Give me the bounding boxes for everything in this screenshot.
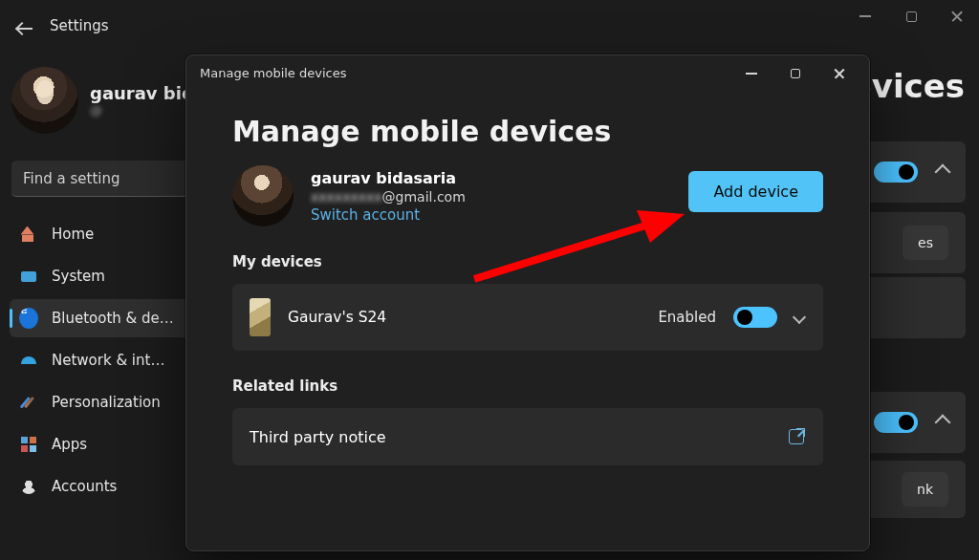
avatar [11, 67, 78, 134]
chevron-up-icon [935, 164, 951, 181]
dialog-close-button[interactable] [817, 59, 861, 88]
external-link-icon [789, 429, 804, 444]
device-status-label: Enabled [658, 309, 716, 326]
account-email: xxxxxxxxx@gmail.com [311, 189, 466, 205]
dialog-maximize-button[interactable] [773, 59, 817, 88]
avatar [232, 165, 294, 226]
sidebar-item-label: Personalization [52, 394, 161, 411]
account-name: gaurav bidasaria [311, 169, 466, 187]
sidebar-item-label: System [52, 268, 105, 285]
sidebar-item-label: Network & int… [52, 352, 164, 369]
search-placeholder: Find a setting [23, 170, 120, 187]
dialog-window-controls [729, 59, 861, 88]
phone-icon [250, 298, 271, 336]
outer-maximize-button[interactable] [903, 8, 920, 25]
sidebar-item-label: Accounts [52, 478, 117, 495]
background-button[interactable]: nk [902, 472, 948, 506]
dialog-minimize-button[interactable] [729, 59, 773, 88]
add-device-button[interactable]: Add device [688, 171, 823, 212]
toggle-switch[interactable] [874, 412, 918, 433]
sidebar-item-label: Bluetooth & de… [52, 310, 174, 327]
dialog-heading: Manage mobile devices [232, 115, 823, 148]
dialog-window-title: Manage mobile devices [200, 66, 346, 80]
user-email: @ [90, 103, 194, 118]
sidebar-item-label: Apps [52, 436, 87, 453]
chevron-up-icon [935, 415, 951, 431]
home-icon [19, 225, 38, 244]
related-links-label: Related links [232, 377, 823, 395]
system-icon [19, 267, 38, 286]
my-devices-label: My devices [232, 253, 823, 270]
bluetooth-icon: ็ [19, 309, 38, 328]
device-name: Gaurav's S24 [288, 309, 386, 326]
arrow-left-icon [17, 19, 36, 38]
brush-icon [19, 393, 38, 412]
wifi-icon [19, 351, 38, 370]
third-party-notice-row[interactable]: Third party notice [232, 408, 823, 465]
apps-icon [19, 435, 38, 454]
app-title: Settings [50, 17, 109, 34]
toggle-switch[interactable] [874, 162, 918, 183]
background-button[interactable]: es [903, 226, 948, 260]
user-name: gaurav bid [90, 83, 194, 103]
chevron-down-icon[interactable] [793, 311, 806, 324]
current-user-block[interactable]: gaurav bid @ [11, 67, 194, 134]
third-party-notice-label: Third party notice [250, 428, 386, 446]
manage-mobile-devices-dialog: Manage mobile devices Manage mobile devi… [185, 54, 870, 551]
background-setting-row[interactable] [862, 277, 966, 338]
switch-account-link[interactable]: Switch account [311, 206, 466, 224]
outer-close-button[interactable] [948, 8, 966, 25]
account-row: gaurav bidasaria xxxxxxxxx@gmail.com Swi… [232, 165, 823, 226]
back-button[interactable] [17, 19, 36, 38]
sidebar-item-label: Home [52, 226, 94, 243]
outer-minimize-button[interactable] [857, 8, 874, 25]
outer-window-controls [857, 0, 979, 25]
device-row[interactable]: Gaurav's S24 Enabled [232, 284, 823, 351]
account-icon [19, 477, 38, 496]
device-enabled-toggle[interactable] [733, 307, 777, 328]
